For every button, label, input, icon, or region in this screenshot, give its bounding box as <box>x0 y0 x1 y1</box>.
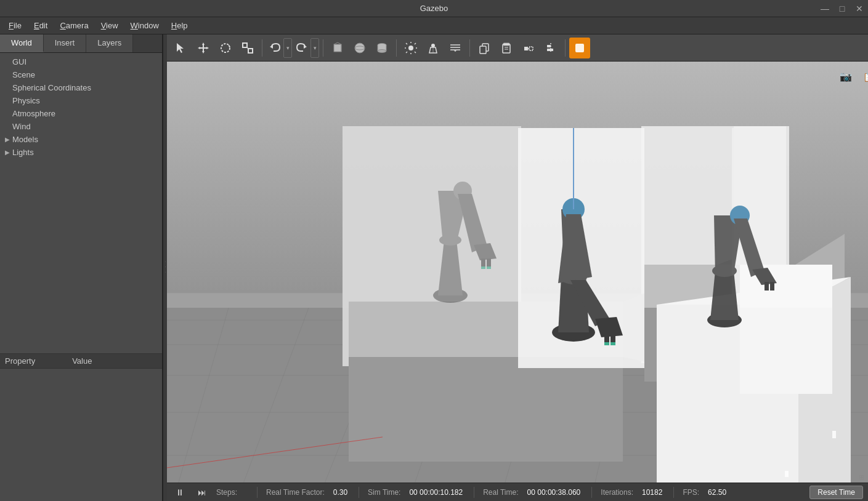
select-button[interactable] <box>171 38 192 58</box>
svg-rect-9 <box>248 49 253 53</box>
tab-layers[interactable]: Layers <box>86 34 133 52</box>
undo-button[interactable] <box>266 38 283 58</box>
svg-rect-92 <box>610 342 615 345</box>
tree-item-gui[interactable]: GUI <box>0 55 162 68</box>
minimize-button[interactable]: — <box>816 0 834 17</box>
tree-item-physics[interactable]: Physics <box>0 94 162 107</box>
corner-status: ⊞ <box>859 473 864 481</box>
sep-5 <box>673 487 674 498</box>
rtf-value: 0.30 <box>331 488 350 497</box>
redo-group: ▾ <box>293 38 319 58</box>
left-panel: World Insert Layers GUI Scene Spherical … <box>0 34 163 501</box>
menu-camera[interactable]: Camera <box>54 20 94 31</box>
menu-edit[interactable]: Edit <box>28 20 54 31</box>
lights-arrow-icon: ▶ <box>5 149 10 156</box>
svg-line-28 <box>406 52 407 53</box>
active-tool-button[interactable] <box>569 38 590 58</box>
svg-point-14 <box>355 43 365 53</box>
undo-dropdown-button[interactable]: ▾ <box>283 38 292 58</box>
tree-item-lights[interactable]: ▶ Lights <box>0 146 162 159</box>
step-button[interactable]: ⏭ <box>194 484 210 500</box>
insert-sphere-button[interactable] <box>349 38 370 58</box>
menu-file[interactable]: File <box>2 20 28 31</box>
property-header: Property Value <box>0 354 162 369</box>
scale-button[interactable] <box>237 38 258 58</box>
steps-label: Steps: <box>216 488 237 497</box>
property-col-label: Property <box>5 356 35 366</box>
svg-rect-112 <box>765 282 769 291</box>
svg-rect-47 <box>547 49 553 51</box>
app-title: Gazebo <box>420 4 448 13</box>
tab-insert[interactable]: Insert <box>44 34 87 52</box>
tab-world[interactable]: World <box>0 34 44 52</box>
tree-item-atmosphere[interactable]: Atmosphere <box>0 107 162 120</box>
insert-box-button[interactable] <box>327 38 348 58</box>
svg-marker-35 <box>454 50 456 52</box>
svg-rect-43 <box>529 47 533 50</box>
fps-label: FPS: <box>683 488 699 497</box>
menu-bar: File Edit Camera View Window Help <box>0 17 868 34</box>
svg-marker-3 <box>202 51 205 54</box>
lights-label: Lights <box>12 148 34 157</box>
svg-rect-37 <box>480 46 486 54</box>
paste-button[interactable] <box>496 38 517 58</box>
maximize-button[interactable]: □ <box>834 0 851 17</box>
property-panel: Property Value <box>0 353 162 501</box>
align-button[interactable] <box>540 38 561 58</box>
tree-item-models[interactable]: ▶ Models <box>0 133 162 146</box>
close-button[interactable]: ✕ <box>851 0 868 17</box>
rotate-button[interactable] <box>215 38 236 58</box>
iterations-value: 10182 <box>639 488 665 497</box>
svg-point-20 <box>378 49 386 52</box>
redo-button[interactable] <box>293 38 310 58</box>
tree-item-spherical[interactable]: Spherical Coordinates <box>0 81 162 94</box>
camera-icon[interactable]: 📷 <box>840 71 852 82</box>
sim-time-value: 00 00:00:10.182 <box>407 488 465 497</box>
log-icon[interactable]: 📋 <box>863 72 868 82</box>
insert-dirlight-button[interactable] <box>445 38 466 58</box>
models-arrow-icon: ▶ <box>5 136 10 143</box>
scene-svg: 📷 📋 📈 🎥 <box>167 62 868 483</box>
svg-line-10 <box>247 47 248 49</box>
reset-time-button[interactable]: Reset Time <box>809 486 863 499</box>
insert-sunlight-button[interactable] <box>400 38 421 58</box>
menu-help[interactable]: Help <box>165 20 194 31</box>
svg-rect-13 <box>334 44 341 52</box>
translate-button[interactable] <box>193 38 214 58</box>
pause-button[interactable]: ⏸ <box>172 484 188 500</box>
sep3 <box>396 39 397 57</box>
svg-rect-113 <box>770 282 774 291</box>
snap-button[interactable] <box>518 38 539 58</box>
sep2 <box>323 39 323 57</box>
toolbar: ▾ ▾ <box>167 34 868 62</box>
svg-marker-4 <box>198 47 200 49</box>
menu-view[interactable]: View <box>95 20 124 31</box>
tree-item-wind[interactable]: Wind <box>0 120 162 133</box>
svg-marker-79 <box>740 308 832 394</box>
insert-spotlight-button[interactable] <box>423 38 444 58</box>
real-time-label: Real Time: <box>483 488 518 497</box>
redo-dropdown-button[interactable]: ▾ <box>310 38 319 58</box>
tab-bar: World Insert Layers <box>0 34 162 53</box>
svg-rect-104 <box>487 267 491 269</box>
fps-value: 62.50 <box>705 488 729 497</box>
copy-button[interactable] <box>474 38 495 58</box>
menu-window[interactable]: Window <box>124 20 165 31</box>
value-col-label: Value <box>72 356 92 366</box>
svg-line-27 <box>415 43 416 44</box>
svg-rect-102 <box>487 259 491 268</box>
sep-2 <box>359 487 359 498</box>
viewport[interactable]: 📷 📋 📈 🎥 ⊞ <box>167 62 868 483</box>
svg-rect-42 <box>524 47 528 50</box>
svg-rect-48 <box>575 44 584 52</box>
svg-marker-68 <box>349 357 623 462</box>
svg-rect-115 <box>832 431 836 438</box>
svg-marker-5 <box>206 47 209 49</box>
tree-item-scene[interactable]: Scene <box>0 68 162 81</box>
svg-rect-103 <box>481 267 485 269</box>
svg-rect-116 <box>785 471 789 477</box>
insert-cylinder-button[interactable] <box>371 38 392 58</box>
sep1 <box>262 39 262 57</box>
rtf-label: Real Time Factor: <box>266 488 325 497</box>
sep-4 <box>591 487 592 498</box>
